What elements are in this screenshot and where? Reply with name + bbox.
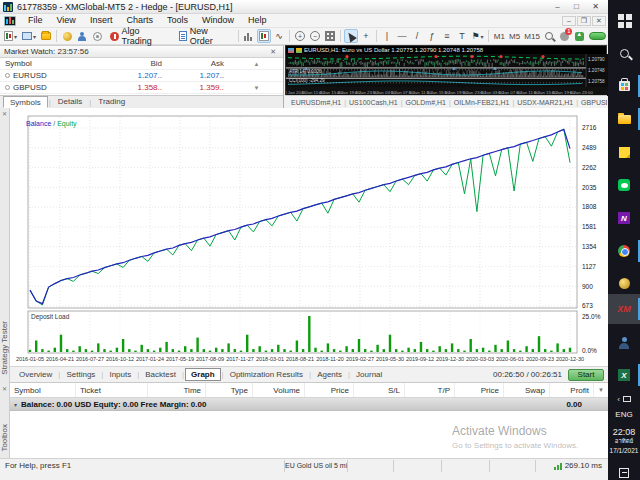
tray-chevron-icon[interactable]: ‹	[617, 395, 620, 404]
market-watch-header[interactable]: Market Watch: 23:57:56 ✕	[0, 46, 283, 58]
taskbar-chrome-icon[interactable]	[608, 236, 640, 266]
trade-col-price-5[interactable]: Price	[305, 383, 354, 397]
eurusd-price-chart[interactable]: 1.207901.207481.20758ATR(14) 0.0006CCI(1…	[286, 54, 606, 98]
zoom-out-icon[interactable]: −	[308, 29, 322, 43]
tester-tab-overview[interactable]: Overview	[14, 369, 57, 380]
bar-chart-icon[interactable]	[242, 29, 256, 43]
market-watch-tab-symbols[interactable]: Symbols	[3, 96, 48, 108]
arrows-icon[interactable]: ⚑▾	[470, 29, 485, 43]
trade-col-symbol-0[interactable]: Symbol	[10, 383, 76, 397]
market-watch-row-gbpusd[interactable]: GBPUSD1.358..1.359..▼	[0, 82, 283, 94]
line-chart-icon[interactable]: ∿	[272, 29, 286, 43]
toolbox-close-icon[interactable]: ✕	[2, 385, 7, 392]
profit-sort-dropdown-icon[interactable]: ▼	[594, 383, 608, 397]
algo-trading-button[interactable]: Algo Trading	[105, 29, 173, 43]
scroll-up-icon[interactable]: ▲	[230, 61, 283, 67]
crosshair-icon[interactable]: +	[359, 29, 373, 43]
taskbar-store-icon[interactable]	[608, 71, 640, 101]
cursor-icon[interactable]	[344, 29, 358, 43]
trade-col-swap-9[interactable]: Swap	[504, 383, 550, 397]
vertical-line-icon[interactable]: |	[380, 29, 394, 43]
mql5-market-icon[interactable]	[60, 29, 74, 43]
tester-tab-graph[interactable]: Graph	[185, 368, 221, 381]
tester-tab-optimization-results[interactable]: Optimization Results	[225, 369, 308, 380]
mdi-close-icon[interactable]: ✕	[592, 16, 606, 26]
taskbar-search-icon[interactable]	[608, 38, 640, 68]
chart-tab-2[interactable]: GOLDm#,H1	[402, 99, 448, 106]
chart-tab-5[interactable]: GBPUSDm#,H1	[578, 99, 607, 106]
taskbar-xm-icon[interactable]: XM	[608, 294, 640, 324]
tray-expand-row[interactable]: ‹	[608, 392, 640, 406]
tray-window-icon[interactable]	[623, 396, 631, 402]
community-icon[interactable]	[75, 29, 89, 43]
trade-col-volume-4[interactable]: Volume	[253, 383, 305, 397]
scroll-down-icon[interactable]: ▼	[230, 85, 283, 91]
action-center-icon[interactable]	[608, 458, 640, 480]
trade-col-ticket-1[interactable]: Ticket	[76, 383, 148, 397]
col-symbol[interactable]: Symbol	[0, 59, 104, 68]
col-bid[interactable]: Bid	[104, 59, 168, 68]
maximize-icon[interactable]: □	[567, 1, 586, 12]
equidistant-channel-icon[interactable]: ≡	[440, 29, 454, 43]
status-profile[interactable]: EU Gold US oil 5 min	[285, 459, 347, 473]
menu-insert[interactable]: Insert	[83, 14, 120, 27]
market-watch-row-eurusd[interactable]: EURUSD1.207..1.207..	[0, 70, 283, 82]
new-order-button[interactable]: New Order	[174, 29, 235, 43]
chart-tab-1[interactable]: US100Cash,H1	[346, 99, 401, 106]
timeframe-m15-button[interactable]: M15	[523, 29, 541, 43]
data-folder-icon[interactable]	[39, 29, 53, 43]
start-button[interactable]: Start	[568, 369, 604, 381]
zoom-in-icon[interactable]: +	[293, 29, 307, 43]
chart-tab-4[interactable]: USDX-MAR21,H1	[514, 99, 576, 106]
trade-col-tp-7[interactable]: T/P	[405, 383, 455, 397]
menu-view[interactable]: View	[50, 14, 83, 27]
tester-close-icon[interactable]: ✕	[2, 110, 7, 117]
taskbar-line-app-icon[interactable]	[608, 170, 640, 200]
taskbar-onenote-icon[interactable]: N	[608, 203, 640, 233]
menu-help[interactable]: Help	[241, 14, 274, 27]
tester-tab-journal[interactable]: Journal	[351, 369, 387, 380]
trendline-icon[interactable]: /	[410, 29, 424, 43]
horizontal-line-icon[interactable]: —	[395, 29, 409, 43]
close-icon[interactable]: ✕	[586, 1, 605, 12]
trade-col-sl-6[interactable]: S/L	[354, 383, 405, 397]
trade-col-profit-10[interactable]: Profit	[550, 383, 594, 397]
trade-col-type-3[interactable]: Type	[206, 383, 253, 397]
virtual-hosting-icon[interactable]	[90, 29, 104, 43]
alerts-icon[interactable]: 1	[557, 29, 571, 43]
fibonacci-icon[interactable]: ƒ	[425, 29, 439, 43]
status-latency[interactable]: 269.10 ms	[536, 459, 608, 473]
mdi-minimize-icon[interactable]: –	[562, 16, 576, 26]
collapse-icon[interactable]: ▾	[14, 401, 17, 408]
taskbar-community-icon[interactable]	[608, 328, 640, 358]
chart-tab-0[interactable]: EURUSDm#,H1	[288, 99, 344, 106]
taskbar-explorer-icon[interactable]	[608, 104, 640, 134]
trade-col-time-2[interactable]: Time	[148, 383, 206, 397]
menu-file[interactable]: File	[21, 14, 50, 27]
timeframe-m1-button[interactable]: M1	[492, 29, 506, 43]
mdi-restore-icon[interactable]: ❐	[577, 16, 591, 26]
search-icon[interactable]	[542, 29, 556, 43]
tester-tab-agents[interactable]: Agents	[312, 369, 347, 380]
eurusd-chart-window[interactable]: EURUSD,H1: Euro vs US Dollar 1.20775 1.2…	[285, 45, 607, 95]
market-watch-tab-details[interactable]: Details	[52, 96, 88, 108]
market-watch-tab-trading[interactable]: Trading	[92, 96, 131, 108]
trade-col-price-8[interactable]: Price	[455, 383, 504, 397]
tester-tab-backtest[interactable]: Backtest	[140, 369, 181, 380]
connection-bar[interactable]	[587, 29, 608, 43]
profiles-icon[interactable]: ▾	[20, 29, 38, 43]
tester-tab-settings[interactable]: Settings	[61, 369, 100, 380]
balance-row[interactable]: ▾ Balance: 0.00 USD Equity: 0.00 Free Ma…	[10, 398, 608, 411]
eurusd-chart-canvas[interactable]: 1.207901.207481.20758ATR(14) 0.0006CCI(1…	[286, 54, 608, 96]
taskbar-excel-icon[interactable]: X	[608, 360, 640, 390]
col-ask[interactable]: Ask	[168, 59, 230, 68]
taskbar-clock[interactable]: 22:08อาทิตย์17/1/2021	[608, 428, 640, 455]
new-chart-icon[interactable]: ▾	[2, 29, 19, 43]
tester-tab-inputs[interactable]: Inputs	[104, 369, 136, 380]
timeframe-m5-button[interactable]: M5	[507, 29, 521, 43]
text-label-icon[interactable]: T	[455, 29, 469, 43]
candle-chart-icon[interactable]	[257, 29, 271, 43]
tester-graph[interactable]: 27162489226220351808158113541127900673Ba…	[10, 108, 608, 366]
market-watch-close-icon[interactable]: ✕	[267, 48, 279, 56]
language-indicator[interactable]: ENG	[608, 410, 640, 419]
